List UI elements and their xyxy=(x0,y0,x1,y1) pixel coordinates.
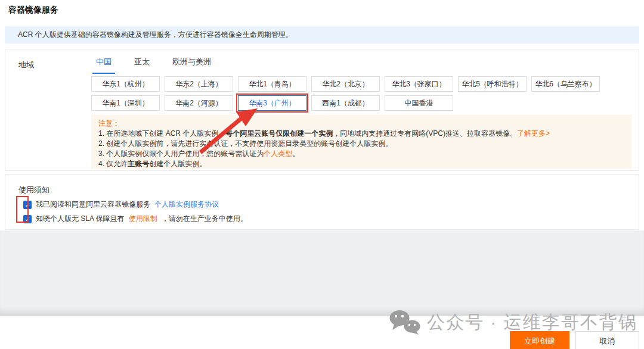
info-banner-text: ACR 个人版提供基础的容器镜像构建及管理服务，方便进行容器镜像全生命周期管理。 xyxy=(18,30,293,40)
text-segment: 知晓个人版无 SLA 保障且有 xyxy=(36,214,125,224)
usage-checkbox-list: ✓我已阅读和同意阿里云容器镜像服务个人版实例服务协议✓知晓个人版无 SLA 保障… xyxy=(23,200,247,223)
region-button[interactable]: 华北3（张家口） xyxy=(385,76,453,92)
notice-link[interactable]: 了解更多> xyxy=(517,129,550,138)
text-segment: 2. 创建个人版实例前，请先进行实名认证，不支持使用资源目录类型的账号创建个人版… xyxy=(98,139,392,148)
notice-item: 1. 在所选地域下创建 ACR 个人版实例，每个阿里云账号仅限创建一个实例，同地… xyxy=(98,129,624,139)
notice-box: 注意： 1. 在所选地域下创建 ACR 个人版实例，每个阿里云账号仅限创建一个实… xyxy=(91,115,631,169)
text-segment: 每个阿里云账号仅限创建一个实例 xyxy=(225,129,333,138)
text-segment: 4. 仅允许 xyxy=(98,160,128,168)
region-button[interactable]: 华北1（青岛） xyxy=(238,76,306,92)
usage-link[interactable]: 使用限制 xyxy=(129,214,157,224)
region-button[interactable]: 华北2（北京） xyxy=(311,76,380,92)
tab-中国[interactable]: 中国 xyxy=(92,54,115,74)
wechat-icon xyxy=(389,310,421,335)
region-button[interactable]: 华北6（乌兰察布） xyxy=(531,76,600,92)
cancel-button[interactable]: 取消 xyxy=(575,331,639,349)
region-row: 华东1（杭州）华东2（上海）华北1（青岛）华北2（北京）华北3（张家口）华北5（… xyxy=(91,76,600,92)
text-segment: ，同地域内支持通过专有网络(VPC)推送、拉取容器镜像。 xyxy=(333,129,517,138)
usage-checkbox-row: ✓我已阅读和同意阿里云容器镜像服务个人版实例服务协议 xyxy=(23,200,247,209)
text-segment: 创建个人版实例。 xyxy=(149,160,206,168)
region-row: 华南1（深圳）华南2（河源）华南3（广州）西南1（成都）中国香港 xyxy=(91,95,600,111)
notice-link[interactable]: 个人类型 xyxy=(264,149,292,158)
region-button[interactable]: 西南1（成都） xyxy=(311,95,380,111)
text-segment: ，请勿在生产业务中使用。 xyxy=(162,214,247,224)
region-button[interactable]: 华南1（深圳） xyxy=(91,95,160,111)
region-button[interactable]: 华北5（呼和浩特） xyxy=(458,76,527,92)
info-banner: ACR 个人版提供基础的容器镜像构建及管理服务，方便进行容器镜像全生命周期管理。 xyxy=(5,26,639,43)
page-background xyxy=(0,230,644,316)
region-button[interactable]: 华南2（河源） xyxy=(165,95,233,111)
annotation-box-checkboxes xyxy=(16,196,29,223)
text-segment: 主账号 xyxy=(128,160,149,168)
region-card: 地域 中国亚太欧洲与美洲 华东1（杭州）华东2（上海）华北1（青岛）华北2（北京… xyxy=(5,49,639,171)
region-button[interactable]: 华南3（广州） xyxy=(238,95,306,111)
usage-title: 使用须知 xyxy=(18,185,49,195)
text-segment: 。 xyxy=(292,149,299,158)
page-title: 容器镜像服务 xyxy=(8,5,58,15)
notice-item: 2. 创建个人版实例前，请先进行实名认证，不支持使用资源目录类型的账号创建个人版… xyxy=(98,139,624,149)
usage-link[interactable]: 个人版实例服务协议 xyxy=(154,200,219,210)
region-button[interactable]: 华东2（上海） xyxy=(165,76,233,92)
region-label: 地域 xyxy=(18,60,34,70)
create-now-button[interactable]: 立即创建 xyxy=(510,331,569,349)
notice-lines: 1. 在所选地域下创建 ACR 个人版实例，每个阿里云账号仅限创建一个实例，同地… xyxy=(98,129,624,169)
region-button[interactable]: 中国香港 xyxy=(385,95,453,111)
tab-亚太[interactable]: 亚太 xyxy=(131,54,153,74)
notice-item: 4. 仅允许主账号创建个人版实例。 xyxy=(98,159,624,169)
notice-title: 注意： xyxy=(98,119,624,129)
text-segment: 1. 在所选地域下创建 ACR 个人版实例， xyxy=(98,129,225,138)
text-segment: 我已阅读和同意阿里云容器镜像服务 xyxy=(36,200,150,210)
region-button[interactable]: 华东1（杭州） xyxy=(91,76,160,92)
tab-欧洲与美洲[interactable]: 欧洲与美洲 xyxy=(169,54,215,74)
notice-item: 3. 个人版实例仅限个人用户使用，您的账号需认证为个人类型。 xyxy=(98,149,624,159)
usage-card: 使用须知 ✓我已阅读和同意阿里云容器镜像服务个人版实例服务协议✓知晓个人版无 S… xyxy=(5,174,639,230)
text-segment: 3. 个人版实例仅限个人用户使用，您的账号需认证为 xyxy=(98,149,264,158)
region-grid: 华东1（杭州）华东2（上海）华北1（青岛）华北2（北京）华北3（张家口）华北5（… xyxy=(91,76,600,111)
region-tabs: 中国亚太欧洲与美洲 xyxy=(92,54,215,74)
usage-checkbox-row: ✓知晓个人版无 SLA 保障且有使用限制，请勿在生产业务中使用。 xyxy=(23,214,247,223)
